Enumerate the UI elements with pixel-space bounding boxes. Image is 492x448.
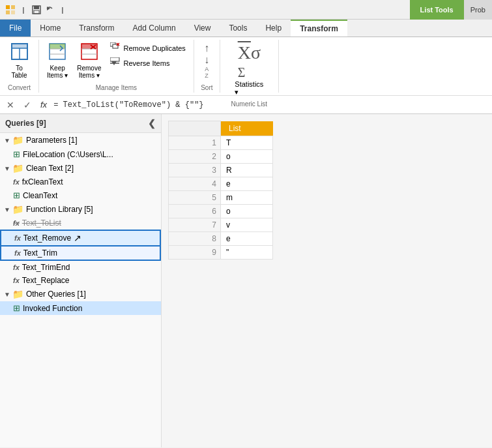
undo-icon[interactable] (44, 5, 55, 15)
table-header-list: List (221, 121, 273, 136)
ribbon-group-sort: ↑ ↓ AZ Sort (194, 40, 220, 93)
sort-button[interactable]: ↑ ↓ AZ (201, 41, 212, 80)
tree-item-text-tolist[interactable]: fx Text_ToList (0, 217, 161, 230)
data-table: List 1T2o3R4e5m6o7v8e9" (168, 121, 273, 260)
remove-duplicates-button[interactable]: Remove Duplicates (108, 41, 188, 55)
table-row: 1T (169, 136, 273, 149)
separator-icon: | (18, 5, 29, 15)
keep-items-button[interactable]: KeepItems ▾ (44, 41, 70, 80)
tab-help[interactable]: Help (256, 20, 291, 37)
row-value: v (221, 218, 273, 231)
remove-items-button[interactable]: RemoveItems ▾ (74, 41, 104, 80)
tree-item-text-trimend[interactable]: fx Text_TrimEnd (0, 261, 161, 274)
tab-file[interactable]: File (0, 20, 31, 37)
cleantext-table-icon: ⊞ (13, 190, 20, 200)
app-icon (5, 5, 16, 15)
row-value: T (221, 136, 273, 149)
row-number: 6 (169, 204, 221, 218)
row-value: m (221, 190, 273, 204)
tree-item-fxcleantext[interactable]: fx fxCleanText (0, 175, 161, 188)
title-bar-icons: | | (5, 5, 68, 15)
separator2-icon: | (57, 5, 68, 15)
tree-group-parameters[interactable]: ▼ 📁 Parameters [1] (0, 133, 161, 147)
tree-group-functionlibrary[interactable]: ▼ 📁 Function Library [5] (0, 202, 161, 217)
row-value: o (221, 149, 273, 163)
otherqueries-folder-icon: 📁 (12, 289, 23, 299)
row-number: 9 (169, 245, 221, 259)
row-value: " (221, 245, 273, 259)
save-icon[interactable] (31, 5, 42, 15)
cleantext-chevron-icon: ▼ (4, 165, 10, 172)
cleantext-folder-icon: 📁 (12, 163, 23, 173)
to-table-button[interactable]: ToTable (7, 41, 33, 80)
row-value: R (221, 163, 273, 177)
table-row: 7v (169, 218, 273, 231)
tab-add-column[interactable]: Add Column (124, 20, 185, 37)
reverse-items-icon (110, 57, 121, 68)
formula-cancel-button[interactable]: ✕ (4, 100, 17, 110)
ribbon-tabs: File Home Transform Add Column View Tool… (0, 20, 492, 37)
tab-view[interactable]: View (185, 20, 220, 37)
sort-arrows-icon: ↑ ↓ (204, 42, 209, 65)
sidebar-collapse-button[interactable]: ❮ (148, 118, 156, 128)
reverse-items-button[interactable]: Reverse Items (108, 56, 188, 70)
tab-transform-active[interactable]: Transform (291, 20, 347, 37)
ribbon-group-numeric-list: Xσ Σ Statistics▾ Numeric List (220, 40, 279, 93)
tree-group-otherqueries[interactable]: ▼ 📁 Other Queries [1] (0, 287, 161, 301)
main-area: Queries [9] ❮ ▼ 📁 Parameters [1] ⊞ FileL… (0, 114, 492, 447)
filelocation-icon: ⊞ (13, 149, 20, 159)
list-tools-tab[interactable]: List Tools (410, 0, 464, 20)
tree-item-text-remove[interactable]: fx Text_Remove ↗ (0, 230, 161, 246)
statistics-label: Statistics▾ (235, 80, 263, 97)
invoked-function-icon: ⊞ (13, 303, 20, 313)
row-number: 3 (169, 163, 221, 177)
table-row: 5m (169, 190, 273, 204)
tab-home[interactable]: Home (31, 20, 70, 37)
keep-items-label: KeepItems ▾ (47, 65, 68, 79)
ribbon-content: ToTable Convert KeepItems ▾ (0, 37, 492, 96)
parameters-chevron-icon: ▼ (4, 137, 10, 144)
svg-rect-1 (11, 5, 15, 9)
parameters-folder-icon: 📁 (12, 135, 23, 145)
statistics-button[interactable]: Xσ Σ Statistics▾ (226, 41, 272, 99)
tab-tools[interactable]: Tools (220, 20, 256, 37)
statistics-icon: Xσ Σ (238, 44, 261, 80)
tree-item-cleantext[interactable]: ⊞ CleanText (0, 188, 161, 202)
formula-input[interactable]: = Text_ToList("ToRemove") & {""} (53, 100, 488, 110)
table-row: 4e (169, 177, 273, 190)
text-trim-icon: fx (14, 249, 21, 257)
fx-label: fx (38, 100, 50, 110)
table-row: 6o (169, 204, 273, 218)
prob-tab[interactable]: Prob (464, 0, 492, 20)
cursor-icon: ↗ (74, 233, 81, 243)
sort-group-label: Sort (201, 84, 212, 91)
remove-duplicates-icon (110, 42, 121, 53)
tree-item-text-replace[interactable]: fx Text_Replace (0, 274, 161, 287)
table-row: 3R (169, 163, 273, 177)
svg-rect-26 (110, 57, 119, 61)
otherqueries-chevron-icon: ▼ (4, 291, 10, 298)
to-table-icon (10, 42, 29, 63)
row-number: 4 (169, 177, 221, 190)
functionlibrary-chevron-icon: ▼ (4, 206, 10, 213)
svg-rect-0 (6, 5, 10, 9)
tab-transform[interactable]: Transform (70, 20, 123, 37)
formula-confirm-button[interactable]: ✓ (21, 100, 34, 110)
functionlibrary-folder-icon: 📁 (12, 204, 23, 215)
svg-rect-2 (6, 10, 10, 14)
svg-rect-5 (34, 6, 39, 9)
to-table-label: ToTable (12, 65, 27, 79)
row-number: 8 (169, 231, 221, 245)
table-row: 9" (169, 245, 273, 259)
tree-item-invoked-function[interactable]: ⊞ Invoked Function (0, 301, 161, 315)
row-value: e (221, 177, 273, 190)
tree-item-filelocation[interactable]: ⊞ FileLocation (C:\Users\L... (0, 147, 161, 161)
convert-group-label: Convert (8, 84, 31, 91)
row-number: 7 (169, 218, 221, 231)
row-value: e (221, 231, 273, 245)
ribbon-group-convert: ToTable Convert (0, 40, 39, 93)
remove-items-label: RemoveItems ▾ (77, 65, 101, 79)
tree-item-text-trim[interactable]: fx Text_Trim (0, 246, 161, 261)
tree-group-cleantext[interactable]: ▼ 📁 Clean Text [2] (0, 161, 161, 175)
title-bar: | | List Tools Prob (0, 0, 492, 20)
